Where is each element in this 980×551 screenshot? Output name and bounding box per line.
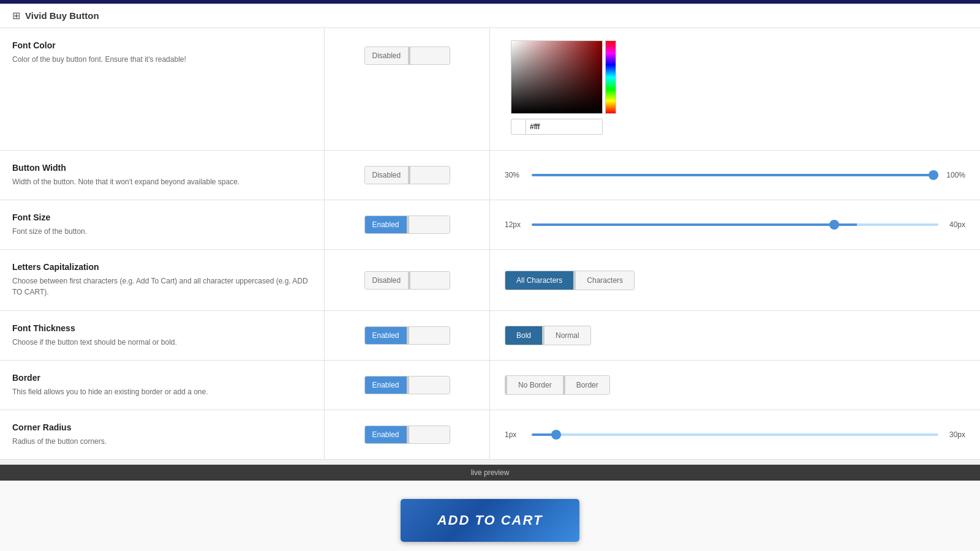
font-thickness-row: Font Thickness Choose if the button text… bbox=[0, 311, 980, 361]
border-option-group: No Border Border bbox=[505, 375, 610, 395]
color-picker bbox=[505, 40, 603, 135]
font-size-slider-wrap: 12px 40px bbox=[505, 220, 965, 229]
corner-radius-desc: Radius of the button corners. bbox=[12, 436, 312, 447]
corner-radius-slider[interactable] bbox=[532, 433, 938, 436]
font-thickness-toggle-group: Enabled bbox=[364, 326, 450, 345]
letters-cap-row: Letters Capitalization Choose between fi… bbox=[0, 250, 980, 311]
border-control-col: No Border Border bbox=[490, 361, 980, 410]
app-icon: ⊞ bbox=[12, 10, 20, 21]
button-width-desc: Width of the button. Note that it won't … bbox=[12, 176, 312, 187]
all-characters-btn[interactable]: All Characters bbox=[505, 271, 573, 290]
header: ⊞ Vivid Buy Button bbox=[0, 4, 980, 28]
font-color-disabled-btn[interactable]: Disabled bbox=[365, 47, 409, 64]
font-thickness-title: Font Thickness bbox=[12, 323, 312, 333]
button-width-max-label: 100% bbox=[946, 171, 965, 179]
corner-radius-min-label: 1px bbox=[505, 430, 524, 439]
font-size-row: Font Size Font size of the button. Enabl… bbox=[0, 200, 980, 250]
border-toggle-group: Enabled bbox=[364, 376, 450, 394]
border-toggle-col: Enabled bbox=[325, 361, 490, 410]
border-title: Border bbox=[12, 373, 312, 383]
add-to-cart-preview-btn[interactable]: ADD TO CART bbox=[401, 499, 580, 542]
letters-cap-enabled-btn[interactable] bbox=[410, 272, 449, 289]
letters-cap-title: Letters Capitalization bbox=[12, 262, 312, 272]
font-color-control-col bbox=[490, 28, 980, 150]
font-size-title: Font Size bbox=[12, 212, 312, 222]
font-color-toggle-col: Disabled bbox=[325, 28, 490, 150]
font-color-toggle-group: Disabled bbox=[364, 47, 450, 65]
font-color-desc: Color of the buy button font. Ensure tha… bbox=[12, 54, 312, 65]
font-size-desc: Font size of the button. bbox=[12, 226, 312, 237]
letters-cap-desc: Choose between first characters (e.g. Ad… bbox=[12, 276, 312, 298]
color-canvas[interactable] bbox=[511, 40, 603, 114]
corner-radius-title: Corner Radius bbox=[12, 422, 312, 432]
font-size-max-label: 40px bbox=[946, 220, 965, 229]
button-width-slider-wrap: 30% 100% bbox=[505, 171, 965, 179]
letters-cap-disabled-btn[interactable]: Disabled bbox=[365, 272, 409, 289]
corner-radius-slider-wrap: 1px 30px bbox=[505, 430, 965, 439]
font-size-toggle-col: Enabled bbox=[325, 200, 490, 249]
color-input-wrap bbox=[511, 119, 603, 135]
corner-radius-label-col: Corner Radius Radius of the button corne… bbox=[0, 410, 325, 459]
corner-radius-enabled-btn[interactable]: Enabled bbox=[365, 426, 407, 443]
letters-cap-option-group: All Characters Characters bbox=[505, 271, 635, 290]
corner-radius-disabled-btn[interactable] bbox=[409, 426, 450, 443]
color-spectrum[interactable] bbox=[605, 40, 616, 114]
button-width-control-col: 30% 100% bbox=[490, 151, 980, 200]
normal-btn[interactable]: Normal bbox=[545, 326, 590, 345]
button-width-slider[interactable] bbox=[532, 174, 938, 176]
letters-cap-control-col: All Characters Characters bbox=[490, 250, 980, 310]
font-thickness-desc: Choose if the button text should be norm… bbox=[12, 337, 312, 348]
border-enabled-btn[interactable]: Enabled bbox=[365, 377, 407, 394]
font-size-label-col: Font Size Font size of the button. bbox=[0, 200, 325, 249]
font-thickness-disabled-btn[interactable] bbox=[409, 327, 450, 344]
button-width-min-label: 30% bbox=[505, 171, 524, 179]
button-width-row: Button Width Width of the button. Note t… bbox=[0, 151, 980, 200]
letters-cap-toggle-col: Disabled bbox=[325, 250, 490, 310]
font-color-row: Font Color Color of the buy button font.… bbox=[0, 28, 980, 151]
button-width-toggle-group: Disabled bbox=[364, 166, 450, 184]
font-color-label-col: Font Color Color of the buy button font.… bbox=[0, 28, 325, 150]
font-size-control-col: 12px 40px bbox=[490, 200, 980, 249]
preview-bar-label: live preview bbox=[471, 468, 510, 477]
border-disabled-btn[interactable] bbox=[409, 377, 450, 394]
border-row: Border This field allows you to hide an … bbox=[0, 361, 980, 410]
corner-radius-toggle-group: Enabled bbox=[364, 425, 450, 444]
border-label-col: Border This field allows you to hide an … bbox=[0, 361, 325, 410]
letters-cap-toggle-group: Disabled bbox=[364, 271, 450, 290]
font-thickness-enabled-btn[interactable]: Enabled bbox=[365, 327, 407, 344]
font-thickness-label-col: Font Thickness Choose if the button text… bbox=[0, 311, 325, 360]
button-width-disabled-btn[interactable]: Disabled bbox=[365, 167, 409, 184]
corner-radius-row: Corner Radius Radius of the button corne… bbox=[0, 410, 980, 460]
preview-bar: live preview bbox=[0, 465, 980, 481]
no-border-btn[interactable]: No Border bbox=[505, 376, 563, 394]
corner-radius-max-label: 30px bbox=[946, 430, 965, 439]
border-desc: This field allows you to hide an existin… bbox=[12, 386, 312, 397]
preview-area: ADD TO CART bbox=[0, 481, 980, 551]
corner-radius-control-col: 1px 30px bbox=[490, 410, 980, 459]
font-thickness-control-col: Bold Normal bbox=[490, 311, 980, 360]
app-title: Vivid Buy Button bbox=[25, 10, 99, 21]
font-size-disabled-btn[interactable] bbox=[409, 216, 450, 233]
button-width-label-col: Button Width Width of the button. Note t… bbox=[0, 151, 325, 200]
font-color-title: Font Color bbox=[12, 40, 312, 50]
font-size-enabled-btn[interactable]: Enabled bbox=[365, 216, 407, 233]
border-btn[interactable]: Border bbox=[565, 376, 609, 394]
font-size-toggle-group: Enabled bbox=[364, 216, 450, 234]
letters-cap-label-col: Letters Capitalization Choose between fi… bbox=[0, 250, 325, 310]
button-width-title: Button Width bbox=[12, 163, 312, 173]
button-width-enabled-btn[interactable] bbox=[410, 167, 449, 184]
font-thickness-option-group: Bold Normal bbox=[505, 326, 591, 345]
first-characters-btn[interactable]: Characters bbox=[576, 271, 634, 290]
font-size-slider[interactable] bbox=[532, 223, 938, 226]
color-swatch bbox=[511, 119, 526, 134]
corner-radius-toggle-col: Enabled bbox=[325, 410, 490, 459]
font-color-enabled-btn[interactable] bbox=[410, 47, 449, 64]
bold-btn[interactable]: Bold bbox=[505, 326, 542, 345]
font-thickness-toggle-col: Enabled bbox=[325, 311, 490, 360]
font-size-min-label: 12px bbox=[505, 220, 524, 229]
button-width-toggle-col: Disabled bbox=[325, 151, 490, 200]
settings-content: Font Color Color of the buy button font.… bbox=[0, 28, 980, 460]
color-hex-input[interactable] bbox=[526, 120, 602, 133]
